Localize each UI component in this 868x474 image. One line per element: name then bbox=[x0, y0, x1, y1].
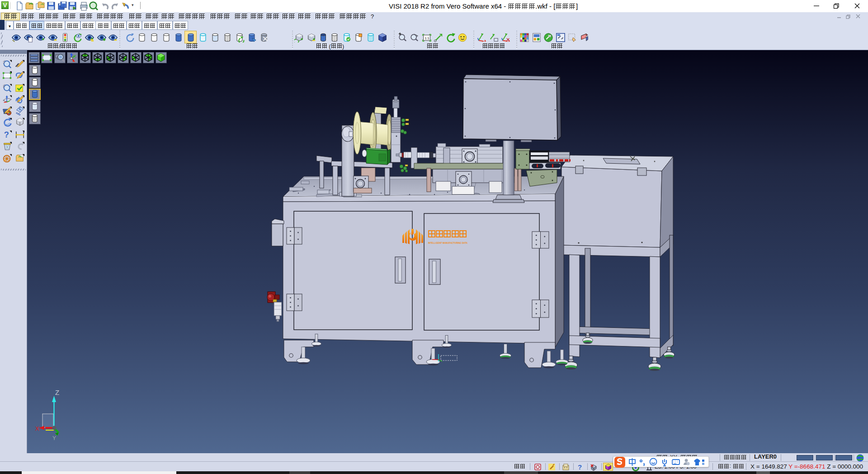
svg-text:1:1: 1:1 bbox=[425, 36, 429, 40]
svg-text:Z: Z bbox=[55, 389, 59, 396]
svg-text:X: X bbox=[35, 425, 39, 432]
svg-text:Y: Y bbox=[52, 435, 56, 441]
svg-text:?: ? bbox=[578, 463, 582, 471]
svg-text:?: ? bbox=[4, 130, 9, 139]
